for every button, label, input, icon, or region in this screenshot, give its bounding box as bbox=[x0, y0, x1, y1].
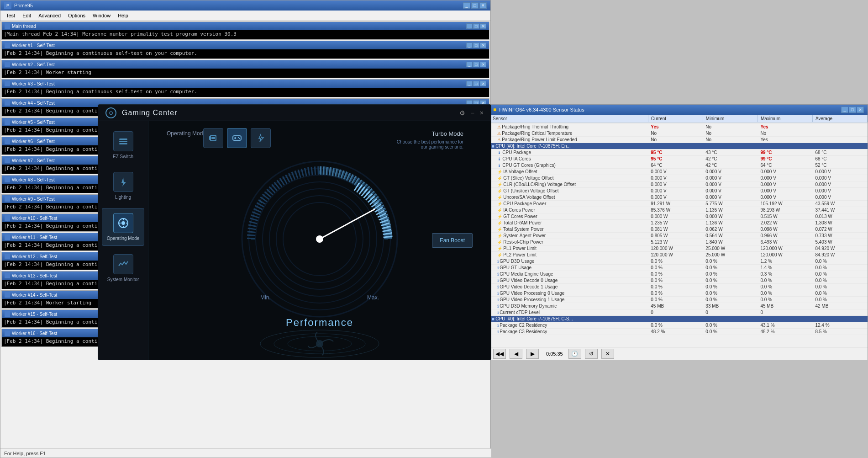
prime95-minimize-btn[interactable]: _ bbox=[463, 2, 470, 9]
svg-point-15 bbox=[238, 137, 239, 138]
sensor-maximum: 99 °C bbox=[758, 156, 812, 162]
sensor-icon: ℹ bbox=[497, 259, 499, 264]
menu-edit[interactable]: Edit bbox=[19, 12, 35, 19]
hwinfo-prev-btn[interactable]: ◀◀ bbox=[493, 349, 506, 359]
worker-restore-main[interactable]: □ bbox=[473, 23, 479, 29]
sidebar-item-ez-switch[interactable]: EZ Switch bbox=[102, 127, 144, 164]
sensor-average: 0.0 % bbox=[812, 290, 867, 297]
sensor-average: 12.4 % bbox=[812, 322, 867, 329]
worker-close-2[interactable]: ✕ bbox=[480, 62, 486, 67]
sensor-label: GPU D3D Usage bbox=[500, 259, 534, 264]
sensor-current: 0.000 V bbox=[648, 181, 703, 188]
sensor-name: ℹ Current cTDP Level bbox=[490, 309, 648, 316]
sensor-name: ℹ GPU Video Processing 1 Usage bbox=[490, 297, 648, 303]
sensor-label: Package/Ring Critical Temperature bbox=[502, 131, 572, 136]
sensor-label: CLR (CBo/LLC/Ring) Voltage Offset bbox=[503, 182, 576, 187]
sensor-average: 42 MB bbox=[812, 303, 867, 309]
worker-title-2: Worker #2 - Self-Test bbox=[12, 62, 466, 67]
hwinfo-sensor-scroll[interactable]: Sensor Current Minimum Maximum Average bbox=[489, 115, 868, 344]
sensor-maximum: 0.3 % bbox=[758, 271, 812, 277]
sensor-label: GT Cores Power bbox=[503, 214, 537, 219]
worker-min-2[interactable]: _ bbox=[466, 62, 473, 67]
prime95-restore-btn[interactable]: □ bbox=[471, 2, 479, 9]
gc-settings-btn[interactable]: ⚙ bbox=[459, 109, 465, 117]
sensor-label: CPU Package bbox=[502, 150, 531, 155]
worker-min-1[interactable]: _ bbox=[466, 43, 473, 48]
worker-close-3[interactable]: ✕ bbox=[480, 81, 486, 86]
gc-mode-icon-battery[interactable] bbox=[203, 128, 223, 148]
worker-icon-12 bbox=[5, 254, 10, 259]
worker-min-3[interactable]: _ bbox=[466, 81, 473, 86]
sensor-icon: ℹ bbox=[497, 298, 499, 302]
sensor-label: CPU Package Power bbox=[503, 201, 546, 206]
hwinfo-reset-btn[interactable]: ↺ bbox=[585, 349, 598, 359]
worker-restore-1[interactable]: □ bbox=[473, 43, 479, 48]
gc-mode-icon-gaming[interactable] bbox=[227, 128, 247, 148]
sensor-icon: ℹ bbox=[497, 330, 499, 334]
hwinfo-statusbar: ◀◀ ◀ ▶ 0:05:35 🕐 ↺ ✕ bbox=[489, 347, 868, 360]
sensor-minimum: 0.000 V bbox=[703, 194, 758, 201]
section-label: ■ CPU [#0]: Intel Core i7-10875H: C-S... bbox=[490, 316, 868, 322]
gc-title: Gaming Center bbox=[122, 109, 459, 117]
sidebar-item-system-monitor[interactable]: System Monitor bbox=[102, 250, 144, 287]
hwinfo-restore-btn[interactable]: □ bbox=[849, 107, 856, 113]
gc-close-btn[interactable]: × bbox=[480, 109, 484, 117]
gc-minimize-btn[interactable]: − bbox=[471, 109, 474, 117]
sensor-label: Rest-of-Chip Power bbox=[503, 240, 543, 245]
sensor-current: No bbox=[648, 137, 703, 143]
sensor-maximum: 2.022 W bbox=[758, 220, 812, 226]
sensor-label: GPU Video Decode 1 Usage bbox=[500, 284, 558, 289]
hwinfo-clock-btn[interactable]: 🕐 bbox=[568, 349, 581, 359]
hwinfo-close-btn[interactable]: ✕ bbox=[857, 107, 864, 113]
system-monitor-icon bbox=[113, 254, 133, 274]
sensor-name: ⚡ IA Cores Power bbox=[490, 207, 648, 213]
worker-close-main[interactable]: ✕ bbox=[480, 23, 486, 29]
sensor-name: ⚠ Package/Ring Power Limit Exceeded bbox=[490, 137, 648, 143]
worker-close-1[interactable]: ✕ bbox=[480, 43, 486, 48]
sensor-current: 5.123 W bbox=[648, 239, 703, 245]
worker-title-main: Main thread bbox=[12, 24, 466, 29]
hwinfo-next-btn[interactable]: ▶ bbox=[526, 349, 539, 359]
menu-advanced[interactable]: Advanced bbox=[35, 12, 64, 19]
prime95-close-btn[interactable]: ✕ bbox=[479, 2, 487, 9]
sensor-minimum: 0.0 % bbox=[703, 284, 758, 290]
table-row: 🌡 CPU GT Cores (Graphics) 64 °C 42 °C 64… bbox=[490, 162, 868, 169]
menu-test[interactable]: Test bbox=[2, 12, 19, 19]
worker-controls-1: _ □ ✕ bbox=[466, 43, 486, 48]
sensor-icon: ℹ bbox=[497, 266, 499, 270]
worker-min-main[interactable]: _ bbox=[466, 23, 473, 29]
operating-mode-label: Operating Mode bbox=[107, 236, 140, 241]
table-row: ℹ Current cTDP Level 0 0 0 bbox=[490, 309, 868, 316]
sensor-minimum: 0.0 % bbox=[703, 297, 758, 303]
sensor-current: 91.291 W bbox=[648, 201, 703, 207]
worker-panel-main: Main thread _ □ ✕ |Main thread Feb 2 14:… bbox=[1, 21, 489, 40]
menu-options[interactable]: Options bbox=[64, 12, 89, 19]
sensor-current: 0.000 V bbox=[648, 188, 703, 194]
sensor-minimum: 25.000 W bbox=[703, 245, 758, 252]
table-row: ⚡ IA Voltage Offset 0.000 V 0.000 V 0.00… bbox=[490, 169, 868, 175]
sensor-maximum: 0.0 % bbox=[758, 297, 812, 303]
gc-mode-icon-turbo[interactable] bbox=[251, 128, 271, 148]
worker-restore-2[interactable]: □ bbox=[473, 62, 479, 67]
fan-boost-button[interactable]: Fan Boost bbox=[432, 233, 473, 248]
menu-help[interactable]: Help bbox=[114, 12, 132, 19]
hwinfo-minimize-btn[interactable]: _ bbox=[841, 107, 848, 113]
worker-icon-11 bbox=[5, 234, 10, 240]
sensor-maximum: 45 MB bbox=[758, 303, 812, 309]
sensor-current: 0.805 W bbox=[648, 233, 703, 239]
sensor-maximum: Yes bbox=[758, 137, 812, 143]
sidebar-item-lighting[interactable]: Lighting bbox=[102, 167, 144, 204]
operating-mode-icon bbox=[113, 213, 133, 233]
sensor-minimum: 42 °C bbox=[703, 162, 758, 169]
menu-window[interactable]: Window bbox=[89, 12, 114, 19]
sensor-current: 0.000 V bbox=[648, 175, 703, 181]
worker-panel-3: Worker #3 - Self-Test _ □ ✕ |Feb 2 14:34… bbox=[1, 79, 489, 97]
worker-titlebar-main: Main thread _ □ ✕ bbox=[2, 22, 489, 30]
hwinfo-prev2-btn[interactable]: ◀ bbox=[510, 349, 522, 359]
sensor-minimum: 0.000 V bbox=[703, 169, 758, 175]
sensor-maximum: 1.4 % bbox=[758, 265, 812, 271]
hwinfo-settings-btn[interactable]: ✕ bbox=[601, 349, 614, 359]
worker-restore-3[interactable]: □ bbox=[473, 81, 479, 86]
prime95-statusbar: For Help, press F1 bbox=[0, 448, 491, 458]
sidebar-item-operating-mode[interactable]: Operating Mode bbox=[102, 208, 144, 246]
